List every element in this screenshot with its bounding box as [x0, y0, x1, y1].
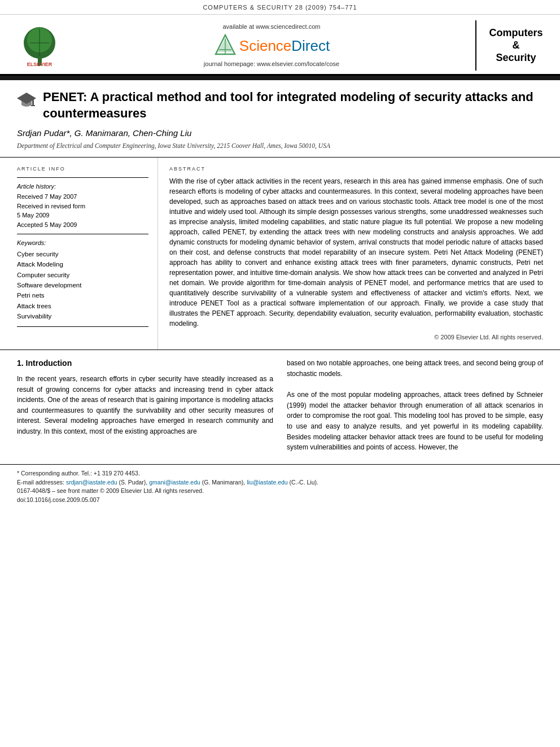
history-item-3: Accepted 5 May 2009 [17, 220, 148, 230]
graduation-cap-icon [17, 90, 36, 110]
journal-homepage: journal homepage: www.elsevier.com/locat… [204, 60, 339, 68]
article-title: PENET: A practical method and tool for i… [43, 89, 543, 121]
footnote-rights: 0167-4048/$ – see front matter © 2009 El… [17, 487, 543, 496]
keyword-4: Petri nets [17, 290, 148, 300]
elsevier-tree-icon: ELSEVIER [13, 23, 67, 68]
sciencedirect-center: available at www.sciencedirect.com Scien… [73, 20, 470, 71]
keyword-0: Cyber security [17, 249, 148, 259]
divider-2 [17, 234, 148, 234]
footnote-section: * Corresponding author. Tel.: +1 319 270… [0, 464, 560, 509]
body-left-col: 1. Introduction In the recent years, res… [17, 358, 273, 452]
abstract-text: With the rise of cyber attack activities… [169, 176, 543, 329]
article-info-column: ARTICLE INFO Article history: Received 7… [11, 158, 158, 350]
divider [17, 177, 148, 178]
history-item-0: Received 7 May 2007 [17, 192, 148, 202]
sciencedirect-wordmark: ScienceDirect [239, 36, 330, 56]
available-text: available at www.sciencedirect.com [222, 23, 320, 31]
history-label: Article history: [17, 182, 148, 191]
copyright-line: © 2009 Elsevier Ltd. All rights reserved… [169, 333, 543, 342]
keywords-label: Keywords: [17, 239, 148, 247]
intro-heading: 1. Introduction [17, 358, 273, 369]
page-header: ELSEVIER available at www.sciencedirect.… [0, 15, 560, 76]
abstract-label: ABSTRACT [169, 165, 543, 173]
body-right-col: based on two notable approaches, one bei… [287, 358, 543, 452]
journal-name: Computers & Security [489, 27, 542, 64]
article-title-row: PENET: A practical method and tool for i… [17, 89, 543, 121]
email-link-pudar[interactable]: srdjan@iastate.edu [66, 479, 117, 486]
keyword-6: Survivability [17, 311, 148, 321]
svg-text:ELSEVIER: ELSEVIER [27, 62, 52, 67]
email-link-liu[interactable]: liu@iastate.edu [247, 479, 288, 486]
history-item-1: Received in revised form [17, 202, 148, 211]
keyword-3: Software development [17, 280, 148, 290]
elsevier-logo-container: ELSEVIER [11, 20, 68, 71]
intro-right-text: based on two notable approaches, one bei… [287, 358, 543, 452]
history-item-2: 5 May 2009 [17, 211, 148, 220]
keyword-2: Computer security [17, 270, 148, 280]
intro-left-text: In the recent years, research efforts in… [17, 374, 273, 437]
article-title-section: PENET: A practical method and tool for i… [0, 80, 560, 158]
keyword-5: Attack trees [17, 301, 148, 311]
journal-bar: COMPUTERS & SECURITY 28 (2009) 754–771 [0, 0, 560, 15]
email-link-gmani[interactable]: gmani@iastate.edu [149, 479, 200, 486]
journal-name-block: Computers & Security [475, 20, 549, 71]
article-info-label: ARTICLE INFO [17, 165, 148, 173]
sciencedirect-logo: ScienceDirect [213, 34, 330, 58]
divider-3 [17, 326, 148, 327]
dark-banner [0, 76, 560, 80]
sciencedirect-icon [213, 34, 237, 58]
footnote-corresponding: * Corresponding author. Tel.: +1 319 270… [17, 469, 543, 478]
svg-rect-11 [32, 98, 34, 105]
article-info-abstract-section: ARTICLE INFO Article history: Received 7… [0, 158, 560, 350]
keyword-1: Attack Modeling [17, 259, 148, 269]
footnote-email: E-mail addresses: srdjan@iastate.edu (S.… [17, 478, 543, 487]
article-affiliation: Department of Electrical and Computer En… [17, 141, 543, 150]
article-authors: Srdjan Pudar*, G. Manimaran, Chen-Ching … [17, 127, 543, 139]
footnote-doi: doi:10.1016/j.cose.2009.05.007 [17, 496, 543, 505]
body-two-col: 1. Introduction In the recent years, res… [17, 358, 543, 452]
abstract-column: ABSTRACT With the rise of cyber attack a… [158, 158, 549, 350]
svg-rect-12 [31, 105, 35, 106]
body-section: 1. Introduction In the recent years, res… [0, 350, 560, 458]
